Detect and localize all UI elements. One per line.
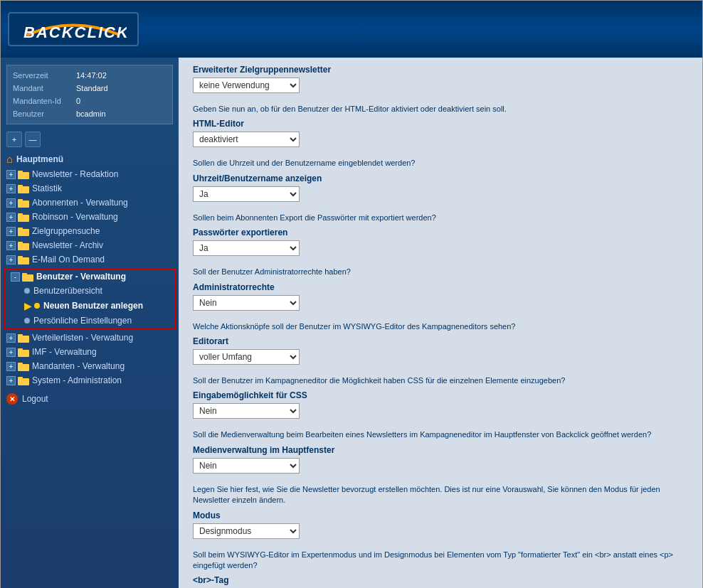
svg-rect-4: [18, 185, 23, 188]
expand-all-button[interactable]: +: [6, 132, 22, 147]
uhrzeit-select-container: Ja Nein: [193, 186, 688, 202]
eingabe-css-select[interactable]: Nein Ja: [193, 403, 300, 419]
benutzer-children: Benutzerübersicht ▶ Neuen Benutzer anleg…: [5, 284, 174, 328]
benutzeruebersicht-label: Benutzerübersicht: [33, 286, 102, 296]
modus-select[interactable]: Designmodus Expertenmodus: [193, 523, 300, 539]
folder-icon: [18, 184, 29, 193]
sidebar-item-abonnenten-verwaltung[interactable]: + Abonnenten - Verwaltung: [1, 196, 179, 210]
folder-icon: [18, 255, 29, 264]
folder-icon: [18, 376, 29, 385]
passwoerter-description: Sollen beim Abonnenten Export die Passwö…: [193, 213, 688, 223]
verteilerlisten-verwaltung-label: Verteilerlisten - Verwaltung: [32, 333, 133, 343]
svg-rect-18: [18, 334, 23, 337]
sidebar-item-email-on-demand[interactable]: + E-Mail On Demand: [1, 252, 179, 267]
folder-icon: [18, 241, 29, 250]
expand-icon: +: [6, 184, 16, 193]
app-container: BACKCLICK Serverzeit 14:47:02 Mandant St…: [0, 0, 703, 588]
modus-select-container: Designmodus Expertenmodus: [193, 523, 688, 539]
folder-icon: [18, 362, 29, 371]
sidebar-item-verteilerlisten-verwaltung[interactable]: + Verteilerlisten - Verwaltung: [1, 331, 179, 345]
uhrzeit-select[interactable]: Ja Nein: [193, 186, 300, 202]
erweiterter-zielgruppennewsletter-label: Erweiterter Zielgruppennewsletter: [193, 65, 688, 75]
benutzer-label: Benutzer: [13, 107, 73, 120]
administratorrechte-description: Soll der Benutzer Administratorrechte ha…: [193, 267, 688, 277]
sidebar-item-statistik[interactable]: + Statistik: [1, 181, 179, 196]
medienverwaltung-select[interactable]: Nein Ja: [193, 458, 300, 474]
sidebar-item-benutzer-verwaltung[interactable]: - Benutzer - Verwaltung: [5, 269, 174, 284]
benutzer-value: bcadmin: [76, 107, 106, 120]
sidebar-icon-buttons: + —: [1, 128, 179, 151]
administratorrechte-select-container: Nein Ja: [193, 295, 688, 311]
benutzer-verwaltung-group: - Benutzer - Verwaltung Benutzerübersich…: [4, 268, 176, 329]
mandant-row: Mandant Standard: [13, 82, 166, 95]
expand-icon: +: [6, 333, 16, 343]
logo-svg: BACKCLICK: [20, 19, 127, 39]
zielgruppensuche-label: Zielgruppensuche: [32, 226, 100, 236]
sidebar-item-system-administration[interactable]: + System - Administration: [1, 373, 179, 387]
robinson-verwaltung-label: Robinson - Verwaltung: [32, 212, 118, 222]
folder-icon: [18, 213, 29, 222]
sidebar-item-mandanten-verwaltung[interactable]: + Mandanten - Verwaltung: [1, 359, 179, 373]
svg-rect-16: [22, 273, 27, 276]
svg-rect-14: [18, 256, 23, 259]
modus-label: Modus: [193, 511, 688, 520]
uhrzeit-description: Sollen die Uhrzeit und der Benutzername …: [193, 158, 688, 169]
svg-rect-20: [18, 348, 23, 351]
folder-icon: [18, 348, 29, 357]
collapse-all-button[interactable]: —: [25, 132, 41, 147]
editorart-select[interactable]: voller Umfang: [193, 349, 300, 365]
expand-icon: +: [6, 241, 16, 250]
expand-icon: +: [6, 255, 16, 264]
html-editor-select-container: deaktiviert: [193, 132, 688, 147]
sidebar-item-logout[interactable]: ✕ Logout: [1, 391, 179, 407]
erweiterter-zielgruppennewsletter-select-container: keine Verwendung: [193, 77, 688, 93]
eingabe-css-label: Eingabemöglichkeit für CSS: [193, 390, 688, 400]
mandanten-id-value: 0: [76, 95, 80, 107]
br-tag-label: <br>-Tag: [193, 575, 688, 585]
sidebar-item-newsletter-archiv[interactable]: + Newsletter - Archiv: [1, 238, 179, 252]
editorart-label: Editorart: [193, 336, 688, 346]
svg-rect-6: [18, 199, 23, 202]
passwoerter-select[interactable]: Ja Nein: [193, 240, 300, 256]
folder-icon: [18, 170, 29, 179]
svg-rect-10: [18, 228, 23, 230]
sidebar-item-zielgruppensuche[interactable]: + Zielgruppensuche: [1, 224, 179, 238]
sidebar-item-benutzeruebersicht[interactable]: Benutzerübersicht: [21, 284, 174, 298]
svg-rect-8: [18, 213, 23, 216]
expand-icon: +: [6, 362, 16, 371]
editorart-select-container: voller Umfang: [193, 349, 688, 365]
sidebar-item-neuen-benutzer-anlegen[interactable]: ▶ Neuen Benutzer anlegen: [21, 298, 174, 314]
sidebar-item-persoenliche-einstellungen[interactable]: Persönliche Einstellungen: [21, 314, 174, 328]
benutzer-row: Benutzer bcadmin: [13, 107, 166, 120]
passwoerter-select-container: Ja Nein: [193, 240, 688, 256]
home-icon: ⌂: [6, 153, 13, 165]
sidebar-item-hauptmenu[interactable]: ⌂ Hauptmenü: [1, 151, 179, 167]
medienverwaltung-select-container: Nein Ja: [193, 458, 688, 474]
expand-icon: +: [6, 170, 16, 179]
section-passwoerter-exportieren: Sollen beim Abonnenten Export die Passwö…: [193, 213, 688, 256]
server-info: Serverzeit 14:47:02 Mandant Standard Man…: [6, 65, 173, 124]
expand-icon: +: [6, 348, 16, 357]
section-administratorrechte: Soll der Benutzer Administratorrechte ha…: [193, 267, 688, 310]
email-on-demand-label: E-Mail On Demand: [32, 255, 105, 264]
administratorrechte-label: Administratorrechte: [193, 282, 688, 292]
sidebar-item-imf-verwaltung[interactable]: + IMF - Verwaltung: [1, 345, 179, 359]
section-medienverwaltung: Soll die Medienverwaltung beim Bearbeite…: [193, 429, 688, 473]
statistik-label: Statistik: [32, 183, 62, 193]
serverzeit-label: Serverzeit: [13, 69, 73, 82]
mandant-value: Standard: [76, 82, 108, 95]
html-editor-description: Geben Sie nun an, ob für den Benutzer de…: [193, 104, 688, 114]
logo-box: BACKCLICK: [8, 12, 139, 46]
benutzer-verwaltung-label: Benutzer - Verwaltung: [36, 272, 126, 282]
html-editor-select[interactable]: deaktiviert: [193, 132, 300, 147]
uhrzeit-benutzername-label: Uhrzeit/Benutzername anzeigen: [193, 173, 688, 183]
administratorrechte-select[interactable]: Nein Ja: [193, 295, 300, 311]
newsletter-redaktion-label: Newsletter - Redaktion: [32, 169, 118, 179]
hauptmenu-label: Hauptmenü: [16, 154, 63, 164]
sidebar-item-robinson-verwaltung[interactable]: + Robinson - Verwaltung: [1, 210, 179, 224]
folder-icon: [18, 227, 29, 236]
expand-icon: -: [11, 272, 20, 282]
erweiterter-zielgruppennewsletter-select[interactable]: keine Verwendung: [193, 77, 300, 93]
sidebar-item-newsletter-redaktion[interactable]: + Newsletter - Redaktion: [1, 167, 179, 181]
logout-icon: ✕: [6, 393, 18, 405]
